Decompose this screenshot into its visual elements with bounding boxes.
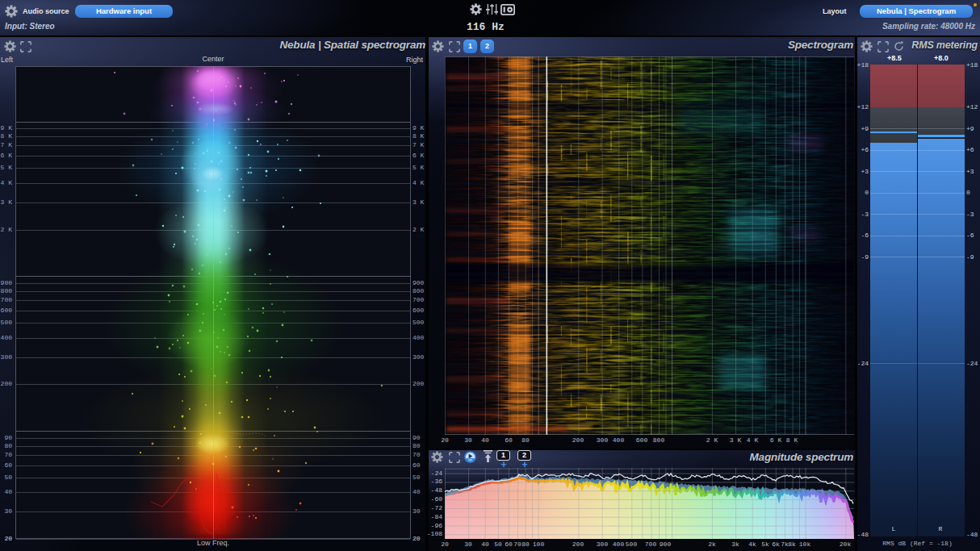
svg-text:live: live: [468, 458, 472, 461]
